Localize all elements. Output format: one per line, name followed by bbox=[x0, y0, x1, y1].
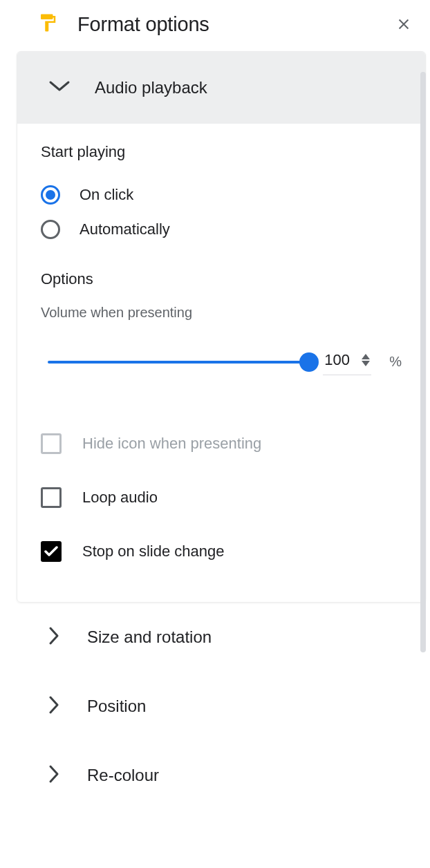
volume-spinner[interactable]: 100 bbox=[323, 348, 371, 375]
audio-playback-header[interactable]: Audio playback bbox=[17, 52, 425, 124]
audio-playback-section: Audio playback Start playing On click Au… bbox=[17, 51, 426, 603]
loop-audio-label: Loop audio bbox=[82, 489, 158, 507]
check-icon bbox=[44, 546, 58, 557]
audio-playback-body: Start playing On click Automatically Opt… bbox=[17, 124, 425, 602]
hide-icon-label: Hide icon when presenting bbox=[82, 435, 261, 453]
panel-header: Format options bbox=[14, 0, 429, 51]
loop-audio-checkbox[interactable] bbox=[41, 487, 62, 508]
stop-on-slide-change-row[interactable]: Stop on slide change bbox=[41, 525, 402, 578]
recolour-title: Re-colour bbox=[87, 766, 159, 785]
close-button[interactable] bbox=[395, 16, 412, 32]
radio-automatically[interactable]: Automatically bbox=[41, 212, 402, 247]
radio-on-click-label: On click bbox=[80, 186, 133, 204]
close-icon bbox=[396, 17, 411, 32]
stop-on-slide-change-label: Stop on slide change bbox=[82, 542, 225, 560]
start-playing-radio-group: On click Automatically bbox=[41, 178, 402, 247]
radio-automatically-label: Automatically bbox=[80, 220, 170, 238]
arrow-down-icon[interactable] bbox=[362, 361, 370, 366]
hide-icon-row: Hide icon when presenting bbox=[41, 417, 402, 471]
radio-on-click-input[interactable] bbox=[41, 185, 60, 205]
volume-slider-row: 100 % bbox=[48, 348, 402, 375]
size-rotation-title: Size and rotation bbox=[87, 628, 212, 647]
radio-automatically-input[interactable] bbox=[41, 220, 60, 239]
scrollbar[interactable] bbox=[420, 72, 426, 652]
arrow-up-icon[interactable] bbox=[362, 354, 370, 359]
volume-slider[interactable] bbox=[48, 361, 309, 364]
format-icon bbox=[37, 12, 58, 36]
volume-stepper[interactable] bbox=[362, 354, 370, 366]
chevron-down-icon bbox=[48, 79, 71, 96]
chevron-right-icon bbox=[48, 764, 59, 786]
stop-on-slide-change-checkbox[interactable] bbox=[41, 541, 62, 562]
position-title: Position bbox=[87, 697, 146, 716]
audio-playback-title: Audio playback bbox=[95, 78, 207, 97]
size-rotation-header[interactable]: Size and rotation bbox=[14, 603, 429, 672]
start-playing-heading: Start playing bbox=[41, 143, 402, 161]
volume-slider-thumb[interactable] bbox=[299, 352, 319, 372]
recolour-header[interactable]: Re-colour bbox=[14, 741, 429, 810]
volume-value[interactable]: 100 bbox=[324, 351, 357, 369]
panel-title: Format options bbox=[77, 13, 376, 36]
volume-label: Volume when presenting bbox=[41, 305, 402, 321]
volume-unit: % bbox=[389, 354, 402, 370]
position-header[interactable]: Position bbox=[14, 672, 429, 741]
hide-icon-checkbox bbox=[41, 433, 62, 454]
options-heading: Options bbox=[41, 270, 402, 288]
radio-on-click[interactable]: On click bbox=[41, 178, 402, 212]
format-options-panel: Format options Audio playback Start play… bbox=[14, 0, 429, 810]
loop-audio-row[interactable]: Loop audio bbox=[41, 471, 402, 525]
chevron-right-icon bbox=[48, 626, 59, 648]
chevron-right-icon bbox=[48, 695, 59, 717]
